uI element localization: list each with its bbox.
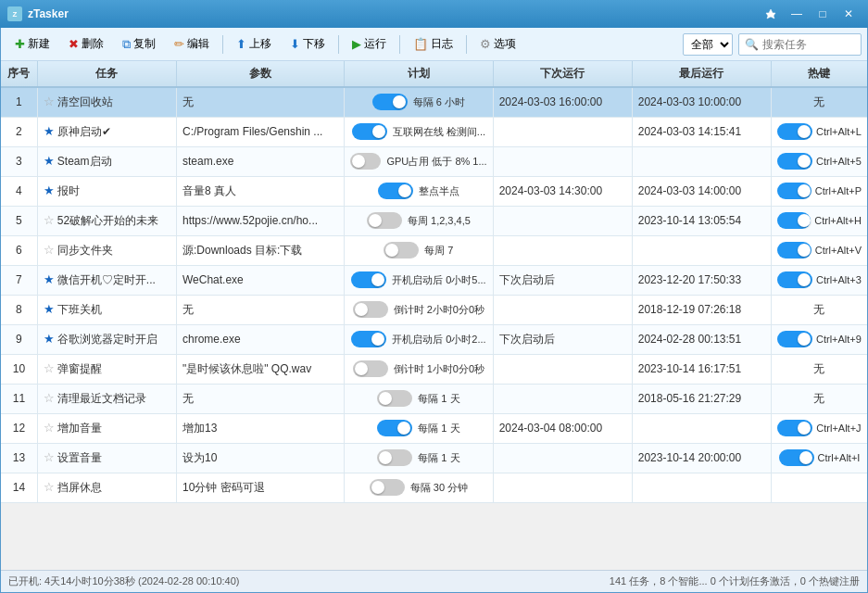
cell-no: 5 — [1, 206, 37, 235]
cell-task: ☆52破解心开始的未来 — [37, 206, 176, 235]
hotkey-text: Ctrl+Alt+J — [816, 423, 861, 434]
hotkey-toggle[interactable] — [777, 212, 811, 229]
plan-text: 开机启动后 0小时5... — [392, 273, 485, 287]
table-row[interactable]: 7★微信开机♡定时开...WeChat.exe开机启动后 0小时5...下次启动… — [1, 265, 867, 295]
table-header: 序号 任务 参数 计划 下次运行 最后运行 热键 — [1, 61, 867, 87]
plan-text: 每周 1,2,3,4,5 — [408, 214, 471, 228]
plan-toggle[interactable] — [367, 212, 402, 229]
search-input[interactable] — [762, 38, 855, 51]
cell-no: 1 — [1, 87, 37, 117]
filter-select[interactable]: 全部 — [683, 33, 733, 56]
table-row[interactable]: 10☆弹窗提醒"是时候该休息啦" QQ.wav倒计时 1小时0分0秒2023-1… — [1, 354, 867, 384]
table-row[interactable]: 5☆52破解心开始的未来https://www.52pojie.cn/ho...… — [1, 206, 867, 235]
up-button[interactable]: ⬆ 上移 — [228, 32, 280, 57]
hotkey-toggle[interactable] — [777, 183, 811, 199]
star-icon: ☆ — [44, 391, 55, 405]
plan-toggle[interactable] — [384, 242, 419, 259]
task-name-text: 清空回收站 — [57, 95, 113, 108]
plan-toggle[interactable] — [377, 449, 412, 466]
table-row[interactable]: 11☆清理最近文档记录无每隔 1 天2018-05-16 21:27:29无 — [1, 384, 867, 413]
cell-hotkey: Ctrl+Alt+3 — [771, 265, 867, 295]
cell-param: 增加13 — [176, 413, 344, 443]
table-row[interactable]: 13☆设置音量设为10每隔 1 天2023-10-14 20:00:00Ctrl… — [1, 443, 867, 473]
options-button[interactable]: ⚙ 选项 — [472, 32, 524, 57]
down-button[interactable]: ⬇ 下移 — [282, 32, 333, 57]
plan-toggle[interactable] — [378, 183, 413, 199]
hotkey-toggle[interactable] — [777, 420, 812, 436]
table-row[interactable]: 1☆清空回收站无每隔 6 小时2024-03-03 16:00:002024-0… — [1, 87, 867, 117]
cell-last-run: 2023-10-14 20:00:00 — [632, 443, 771, 473]
maximize-button[interactable]: □ — [811, 4, 835, 24]
app-title: zTasker — [28, 7, 69, 20]
table-row[interactable]: 3★Steam启动steam.exeGPU占用 低于 8% 1...Ctrl+A… — [1, 146, 867, 176]
cell-task: ☆同步文件夹 — [37, 235, 176, 265]
cell-plan: 整点半点 — [345, 176, 493, 206]
cell-plan: 每隔 1 天 — [345, 443, 493, 473]
cell-no: 10 — [1, 354, 37, 384]
table-row[interactable]: 2★原神启动✔C:/Program Files/Genshin ...互联网在线… — [1, 117, 867, 146]
table-row[interactable]: 6☆同步文件夹源:Downloads 目标:下载每周 7Ctrl+Alt+V — [1, 235, 867, 265]
cell-task: ☆清空回收站 — [37, 87, 176, 117]
hotkey-toggle[interactable] — [779, 449, 814, 466]
delete-button[interactable]: ✖ 删除 — [60, 32, 112, 57]
table-row[interactable]: 4★报时音量8 真人整点半点2024-03-03 14:30:002024-03… — [1, 176, 867, 206]
new-button[interactable]: ✚ 新建 — [6, 32, 58, 57]
hotkey-toggle[interactable] — [777, 331, 812, 347]
hotkey-toggle[interactable] — [777, 153, 812, 170]
cell-task: ☆清理最近文档记录 — [37, 384, 176, 413]
task-name-text: 清理最近文档记录 — [57, 392, 146, 405]
table-row[interactable]: 14☆挡屏休息10分钟 密码可退每隔 30 分钟 — [1, 473, 867, 502]
plan-toggle[interactable] — [377, 390, 412, 407]
plan-toggle[interactable] — [370, 479, 405, 496]
header-next: 下次运行 — [493, 61, 632, 87]
cell-hotkey: Ctrl+Alt+V — [771, 235, 867, 265]
cell-no: 14 — [1, 473, 37, 502]
edit-button[interactable]: ✏ 编辑 — [166, 32, 218, 57]
toolbar-right: 全部 🔍 — [683, 33, 862, 56]
plan-toggle[interactable] — [351, 271, 386, 288]
star-icon: ★ — [44, 302, 55, 316]
table-row[interactable]: 9★谷歌浏览器定时开启chrome.exe开机启动后 0小时2...下次启动后2… — [1, 324, 867, 354]
toolbar-sep-4 — [466, 35, 467, 54]
cell-no: 11 — [1, 384, 37, 413]
plan-text: 每隔 1 天 — [418, 422, 459, 435]
hotkey-text: Ctrl+Alt+H — [814, 215, 862, 226]
plan-toggle[interactable] — [353, 301, 388, 318]
pin-button[interactable] — [759, 4, 783, 24]
cell-hotkey: 无 — [771, 87, 867, 117]
status-bar: 已开机: 4天14小时10分38秒 (2024-02-28 00:10:40) … — [1, 570, 867, 592]
plan-toggle[interactable] — [351, 331, 386, 347]
hotkey-toggle[interactable] — [777, 123, 812, 140]
cell-hotkey: Ctrl+Alt+J — [771, 413, 867, 443]
cell-hotkey: Ctrl+Alt+H — [771, 206, 867, 235]
hotkey-toggle[interactable] — [777, 271, 812, 288]
plan-text: 每隔 1 天 — [418, 392, 459, 406]
copy-button[interactable]: ⧉ 复制 — [114, 32, 164, 57]
plan-toggle[interactable] — [353, 360, 388, 377]
plan-toggle[interactable] — [377, 420, 412, 436]
cell-param: 无 — [176, 384, 344, 413]
cell-plan: 每隔 30 分钟 — [345, 473, 493, 502]
table-body: 1☆清空回收站无每隔 6 小时2024-03-03 16:00:002024-0… — [1, 87, 867, 502]
plan-toggle[interactable] — [352, 123, 387, 140]
log-button[interactable]: 📋 日志 — [405, 32, 461, 57]
cell-param: 无 — [176, 295, 344, 324]
cell-no: 13 — [1, 443, 37, 473]
task-name-text: 下班关机 — [57, 303, 102, 316]
cell-next-run — [493, 117, 632, 146]
toolbar-sep-2 — [338, 35, 339, 54]
close-button[interactable]: ✕ — [837, 4, 861, 24]
cell-plan: 每隔 1 天 — [345, 413, 493, 443]
table-row[interactable]: 8★下班关机无倒计时 2小时0分0秒2018-12-19 07:26:18无 — [1, 295, 867, 324]
cell-task: ☆弹窗提醒 — [37, 354, 176, 384]
hotkey-toggle[interactable] — [777, 242, 811, 259]
plan-toggle[interactable] — [372, 94, 408, 110]
cell-task: ★原神启动✔ — [37, 117, 176, 146]
plan-toggle[interactable] — [350, 153, 381, 170]
minimize-button[interactable]: — — [785, 4, 809, 24]
new-icon: ✚ — [15, 37, 25, 51]
cell-task: ☆增加音量 — [37, 413, 176, 443]
table-row[interactable]: 12☆增加音量增加13每隔 1 天2024-03-04 08:00:00Ctrl… — [1, 413, 867, 443]
run-button[interactable]: ▶ 运行 — [344, 32, 395, 57]
toolbar-sep-3 — [399, 35, 400, 54]
